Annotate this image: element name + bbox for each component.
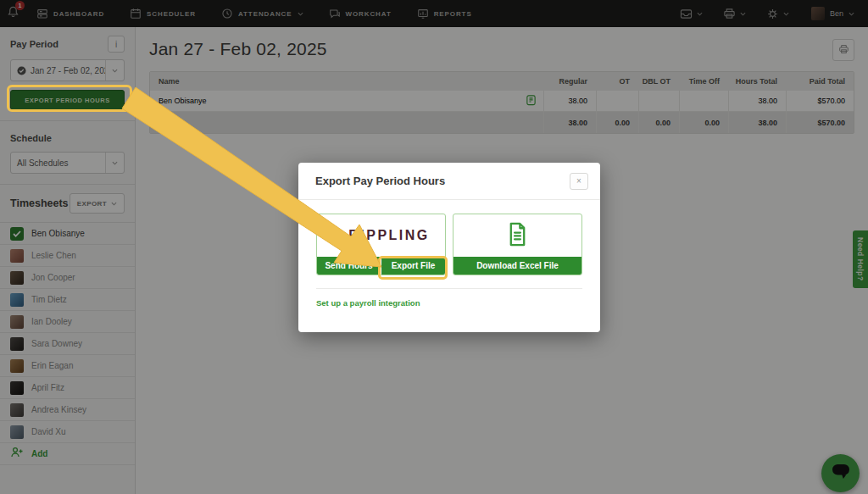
modal-title: Export Pay Period Hours (315, 175, 445, 187)
payroll-integration-link[interactable]: Set up a payroll integration (316, 298, 420, 308)
rippling-mark-icon (331, 228, 346, 243)
rippling-card: RIPPLING Send Hours Export File (316, 214, 446, 275)
rippling-logo-text: RIPPLING (348, 228, 430, 243)
export-file-button[interactable]: Export File (381, 257, 445, 275)
rippling-logo: RIPPLING (317, 214, 445, 257)
send-hours-button[interactable]: Send Hours (317, 257, 381, 275)
close-icon[interactable]: × (570, 173, 588, 190)
export-modal: Export Pay Period Hours × RIPPLING Send … (298, 163, 600, 332)
download-excel-button[interactable]: Download Excel File (453, 257, 581, 275)
excel-card: Download Excel File (453, 214, 582, 275)
document-icon (506, 221, 529, 251)
